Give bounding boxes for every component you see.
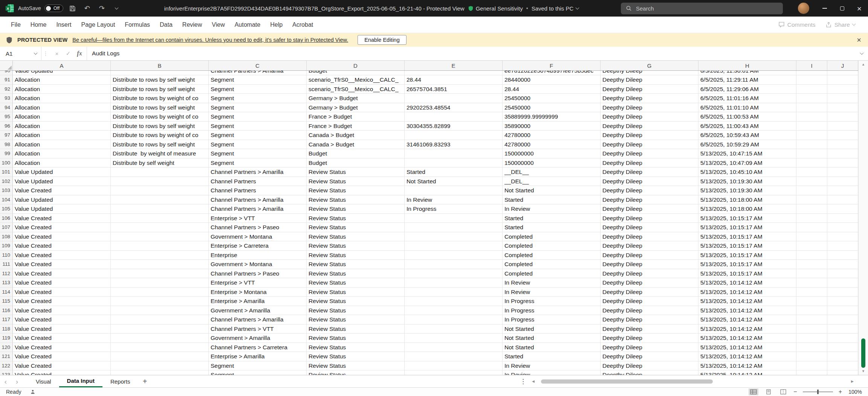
cell-C104[interactable]: Channel Partners > Amarilla <box>209 195 307 205</box>
cell-I92[interactable] <box>796 85 827 94</box>
cell-H93[interactable]: 6/5/2025, 11:01:16 AM <box>698 94 796 103</box>
cell-H104[interactable]: 5/13/2025, 10:18:00 AM <box>698 195 796 205</box>
cell-E116[interactable] <box>405 306 503 315</box>
cell-E121[interactable] <box>405 352 503 361</box>
cell-J95[interactable] <box>827 112 858 122</box>
cell-C123[interactable]: Segment <box>209 370 307 375</box>
comments-button[interactable]: Comments <box>778 21 816 28</box>
column-header-B[interactable]: B <box>111 61 209 70</box>
cell-D102[interactable]: Review Status <box>307 177 405 186</box>
cell-D123[interactable]: Review Status <box>307 370 405 375</box>
row-header-111[interactable]: 111 <box>0 260 13 269</box>
cell-J120[interactable] <box>827 343 858 352</box>
cell-H106[interactable]: 5/13/2025, 10:15:17 AM <box>698 214 796 223</box>
add-sheet-button[interactable]: + <box>138 377 151 386</box>
insert-function-icon[interactable]: fx <box>74 50 85 57</box>
cell-A113[interactable]: Value Created <box>13 278 111 288</box>
cell-D103[interactable]: Review Status <box>307 186 405 195</box>
cell-B92[interactable]: Distribute to rows by self weight <box>111 85 209 94</box>
cell-I120[interactable] <box>796 343 827 352</box>
cell-D95[interactable]: France > Budget <box>307 112 405 122</box>
formula-input[interactable]: Audit Logs <box>87 47 855 60</box>
cell-A108[interactable]: Value Created <box>13 232 111 242</box>
cell-F109[interactable]: Completed <box>503 241 601 251</box>
cell-E104[interactable]: In Review <box>405 195 503 205</box>
cell-J122[interactable] <box>827 361 858 371</box>
cell-A118[interactable]: Value Created <box>13 324 111 334</box>
cell-A114[interactable]: Value Created <box>13 288 111 297</box>
cell-G110[interactable]: Deepthy Dileep <box>601 251 698 260</box>
cell-D107[interactable]: Review Status <box>307 223 405 232</box>
row-header-107[interactable]: 107 <box>0 223 13 232</box>
cell-C114[interactable]: Enterprise > Montana <box>209 288 307 297</box>
cell-I104[interactable] <box>796 195 827 205</box>
cell-I119[interactable] <box>796 334 827 343</box>
cell-I103[interactable] <box>796 186 827 195</box>
accessibility-icon[interactable] <box>30 389 35 394</box>
cell-A116[interactable]: Value Created <box>13 306 111 315</box>
cell-B120[interactable] <box>111 343 209 352</box>
cell-E108[interactable] <box>405 232 503 242</box>
zoom-slider[interactable] <box>803 391 833 392</box>
row-header-112[interactable]: 112 <box>0 269 13 279</box>
cell-B103[interactable] <box>111 186 209 195</box>
cell-A103[interactable]: Value Created <box>13 186 111 195</box>
cell-G92[interactable]: Deepthy Dileep <box>601 85 698 94</box>
cell-C113[interactable]: Enterprise > VTT <box>209 278 307 288</box>
cell-F114[interactable]: In Review <box>503 288 601 297</box>
cell-I114[interactable] <box>796 288 827 297</box>
autosave-toggle[interactable]: Off <box>44 5 63 12</box>
cell-C103[interactable]: Channel Partners <box>209 186 307 195</box>
cell-I97[interactable] <box>796 131 827 140</box>
row-header-119[interactable]: 119 <box>0 334 13 343</box>
cell-F112[interactable]: Completed <box>503 269 601 279</box>
zoom-level[interactable]: 100% <box>848 389 862 395</box>
cell-A110[interactable]: Value Created <box>13 251 111 260</box>
row-header-100[interactable]: 100 <box>0 158 13 168</box>
menu-tab-file[interactable]: File <box>6 17 26 33</box>
cell-F117[interactable]: In Progress <box>503 315 601 324</box>
cell-F103[interactable]: Not Started <box>503 186 601 195</box>
cell-F105[interactable]: In Review <box>503 204 601 214</box>
cell-J110[interactable] <box>827 251 858 260</box>
row-header-117[interactable]: 117 <box>0 315 13 324</box>
cell-G95[interactable]: Deepthy Dileep <box>601 112 698 122</box>
zoom-slider-thumb[interactable] <box>817 390 819 394</box>
cell-C111[interactable]: Government > Montana <box>209 260 307 269</box>
cell-H123[interactable]: 5/13/2025, 10:14:12 AM <box>698 370 796 375</box>
cell-G103[interactable]: Deepthy Dileep <box>601 186 698 195</box>
cell-A115[interactable]: Value Created <box>13 297 111 306</box>
excel-logo-icon[interactable]: X <box>5 3 15 14</box>
cell-E114[interactable] <box>405 288 503 297</box>
cell-J105[interactable] <box>827 204 858 214</box>
cell-G100[interactable]: Deepthy Dileep <box>601 158 698 168</box>
row-header-102[interactable]: 102 <box>0 177 13 186</box>
page-break-view-button[interactable] <box>779 388 788 395</box>
cell-A105[interactable]: Value Updated <box>13 204 111 214</box>
cell-G122[interactable]: Deepthy Dileep <box>601 361 698 371</box>
search-input[interactable]: Search <box>621 3 783 14</box>
row-header-99[interactable]: 99 <box>0 149 13 158</box>
cell-B113[interactable] <box>111 278 209 288</box>
redo-icon[interactable]: ↷ <box>96 3 107 14</box>
cell-F90[interactable]: ee7812022e5074b997fee75b5dec <box>503 71 601 75</box>
cell-G111[interactable]: Deepthy Dileep <box>601 260 698 269</box>
cell-H101[interactable]: 5/13/2025, 10:45:10 AM <box>698 168 796 177</box>
cell-F123[interactable]: In Review <box>503 370 601 375</box>
cell-D122[interactable]: Review Status <box>307 361 405 371</box>
cell-A119[interactable]: Value Created <box>13 334 111 343</box>
cell-G118[interactable]: Deepthy Dileep <box>601 324 698 334</box>
cell-B118[interactable] <box>111 324 209 334</box>
cell-A109[interactable]: Value Created <box>13 241 111 251</box>
scroll-down-icon[interactable]: ▼ <box>859 367 868 375</box>
cell-G113[interactable]: Deepthy Dileep <box>601 278 698 288</box>
cell-C90[interactable]: Channel Partners > Amarilla <box>209 71 307 75</box>
column-header-E[interactable]: E <box>405 61 503 70</box>
row-header-92[interactable]: 92 <box>0 85 13 94</box>
column-header-C[interactable]: C <box>209 61 307 70</box>
cell-A100[interactable]: Allocation <box>13 158 111 168</box>
cell-H112[interactable]: 5/13/2025, 10:15:17 AM <box>698 269 796 279</box>
cell-E123[interactable] <box>405 370 503 375</box>
cell-I109[interactable] <box>796 241 827 251</box>
cell-G120[interactable]: Deepthy Dileep <box>601 343 698 352</box>
